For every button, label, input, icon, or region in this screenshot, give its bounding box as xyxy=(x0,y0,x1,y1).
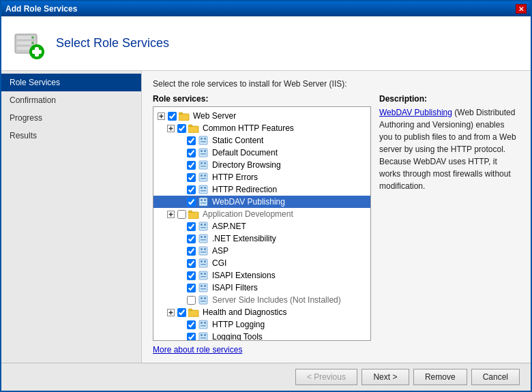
role-services-tree[interactable]: Web Server Common HTTP Features Static C… xyxy=(153,106,371,341)
tree-row[interactable]: Application Development xyxy=(153,208,370,220)
more-about-link[interactable]: More about role services xyxy=(153,345,242,355)
tree-row[interactable]: .NET Extensibility xyxy=(153,232,370,245)
svg-rect-20 xyxy=(204,138,206,140)
tree-checkbox[interactable] xyxy=(187,284,196,292)
tree-checkbox[interactable] xyxy=(177,210,186,219)
tree-row[interactable]: ISAPI Extensions xyxy=(153,269,370,282)
tree-toggle[interactable] xyxy=(166,123,175,133)
header: Select Role Services xyxy=(1,16,531,71)
tree-row[interactable]: Server Side Includes (Not Installed) xyxy=(153,294,370,306)
tree-row[interactable]: Directory Browsing xyxy=(153,159,370,171)
svg-rect-61 xyxy=(201,264,206,265)
tree-node-label: Default Document xyxy=(212,148,278,157)
tree-checkbox[interactable] xyxy=(187,333,196,342)
tree-row[interactable]: ASP.NET xyxy=(153,220,370,232)
svg-rect-29 xyxy=(201,166,206,167)
svg-rect-22 xyxy=(199,149,207,157)
tree-row[interactable]: Default Document xyxy=(153,147,370,159)
tree-row[interactable]: HTTP Errors xyxy=(153,171,370,183)
svg-rect-54 xyxy=(199,247,207,255)
description-label: Description: xyxy=(379,94,520,104)
tree-node-label: ISAPI Extensions xyxy=(212,271,276,280)
svg-rect-70 xyxy=(199,296,207,304)
feature-icon xyxy=(198,319,209,330)
folder-icon xyxy=(188,209,199,220)
tree-checkbox[interactable] xyxy=(187,296,196,305)
tree-checkbox[interactable] xyxy=(187,136,196,145)
svg-rect-17 xyxy=(188,126,198,133)
close-button[interactable]: ✕ xyxy=(516,4,527,14)
tree-row[interactable]: Health and Diagnostics xyxy=(153,306,370,318)
feature-icon xyxy=(198,258,209,269)
tree-toggle[interactable] xyxy=(156,111,166,121)
main-body: Role services: Web Server Common HTTP Fe… xyxy=(153,94,520,341)
sidebar-item-progress[interactable]: Progress xyxy=(1,109,141,127)
svg-rect-58 xyxy=(199,259,207,267)
svg-rect-66 xyxy=(199,284,207,292)
svg-rect-26 xyxy=(199,161,207,169)
description-link[interactable]: WebDAV Publishing xyxy=(379,108,452,117)
tree-row[interactable]: Static Content xyxy=(153,134,370,147)
svg-rect-35 xyxy=(201,187,203,189)
sidebar-item-confirmation[interactable]: Confirmation xyxy=(1,91,141,109)
svg-rect-80 xyxy=(204,322,206,324)
svg-rect-56 xyxy=(204,248,206,250)
tree-toggle[interactable] xyxy=(166,307,175,317)
previous-button[interactable]: < Previous xyxy=(295,369,357,385)
tree-node-label: .NET Extensibility xyxy=(212,234,276,243)
tree-checkbox[interactable] xyxy=(177,124,186,133)
tree-node-label: ASP xyxy=(212,246,228,256)
tree-checkbox[interactable] xyxy=(187,185,196,194)
tree-row[interactable]: WebDAV Publishing xyxy=(153,196,370,208)
tree-row[interactable]: HTTP Logging xyxy=(153,318,370,331)
svg-rect-41 xyxy=(201,202,206,204)
svg-rect-18 xyxy=(199,136,207,145)
tree-checkbox[interactable] xyxy=(187,247,196,256)
tree-checkbox[interactable] xyxy=(177,308,186,317)
tree-node-label: Common HTTP Features xyxy=(203,123,294,133)
svg-rect-36 xyxy=(204,187,206,189)
remove-button[interactable]: Remove xyxy=(413,369,467,385)
sidebar-item-role-services[interactable]: Role Services xyxy=(1,74,141,91)
tree-row[interactable]: ASP xyxy=(153,245,370,257)
svg-point-5 xyxy=(31,42,34,44)
svg-rect-23 xyxy=(201,150,203,152)
svg-rect-9 xyxy=(32,50,42,54)
tree-checkbox[interactable] xyxy=(187,198,196,207)
sidebar-item-results[interactable]: Results xyxy=(1,127,141,145)
tree-checkbox[interactable] xyxy=(187,173,196,182)
tree-checkbox[interactable] xyxy=(187,235,196,243)
tree-row[interactable]: Logging Tools xyxy=(153,331,370,341)
tree-checkbox[interactable] xyxy=(187,271,196,280)
tree-checkbox[interactable] xyxy=(187,259,196,268)
svg-rect-64 xyxy=(204,273,206,275)
tree-row[interactable]: CGI xyxy=(153,257,370,269)
cancel-button[interactable]: Cancel xyxy=(471,369,520,385)
svg-rect-49 xyxy=(201,227,206,228)
svg-rect-85 xyxy=(201,337,206,339)
tree-checkbox[interactable] xyxy=(187,320,196,329)
tree-node-label: Logging Tools xyxy=(212,332,263,341)
tree-toggle[interactable] xyxy=(166,209,175,219)
svg-rect-83 xyxy=(201,334,203,336)
svg-rect-21 xyxy=(201,141,206,142)
svg-rect-69 xyxy=(201,288,206,290)
tree-checkbox[interactable] xyxy=(168,112,177,121)
tree-row[interactable]: Common HTTP Features xyxy=(153,122,370,134)
feature-icon xyxy=(198,184,209,195)
tree-row[interactable]: Web Server xyxy=(153,110,370,122)
tree-checkbox[interactable] xyxy=(187,149,196,157)
tree-node-label: ISAPI Filters xyxy=(212,283,258,292)
svg-rect-27 xyxy=(201,162,203,164)
svg-rect-67 xyxy=(201,285,203,287)
svg-rect-72 xyxy=(204,297,206,299)
tree-checkbox[interactable] xyxy=(187,222,196,231)
svg-rect-37 xyxy=(201,190,206,192)
tree-row[interactable]: HTTP Redirection xyxy=(153,183,370,196)
svg-rect-82 xyxy=(199,333,207,341)
next-button[interactable]: Next > xyxy=(361,369,409,385)
tree-checkbox[interactable] xyxy=(187,161,196,170)
tree-row[interactable]: ISAPI Filters xyxy=(153,282,370,294)
svg-rect-48 xyxy=(204,224,206,226)
svg-rect-34 xyxy=(199,185,207,194)
